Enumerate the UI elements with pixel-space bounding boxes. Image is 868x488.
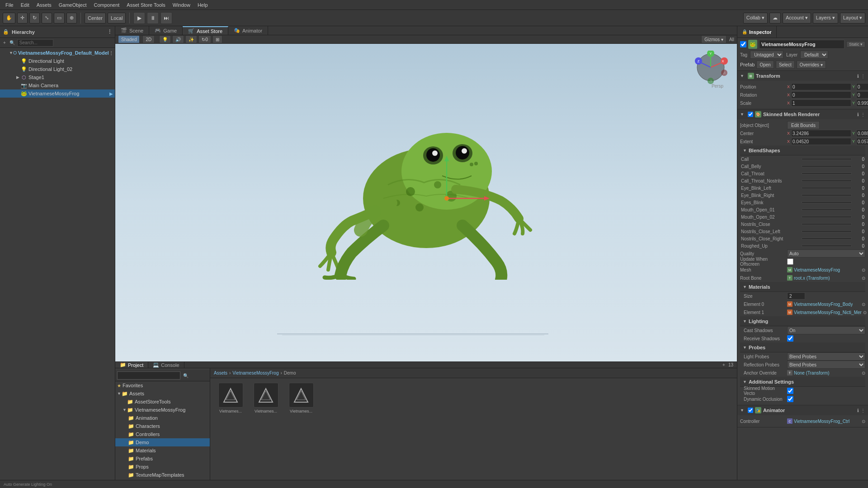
- mat-elem1-select[interactable]: ⊙: [863, 310, 867, 315]
- tree-item-controllers[interactable]: 📁 Controllers: [115, 430, 210, 438]
- select-btn[interactable]: Select: [776, 61, 795, 69]
- probes-header[interactable]: ▼ Probes: [740, 343, 865, 352]
- hierarchy-item-dirlight[interactable]: 💡 Directional Light: [0, 57, 115, 65]
- anim-enable-checkbox[interactable]: [748, 408, 753, 413]
- menu-assetstoretools[interactable]: Asset Store Tools: [123, 1, 169, 9]
- scene-fx-btn[interactable]: ✨: [185, 35, 197, 43]
- tab-game[interactable]: 🎮 Game: [149, 26, 183, 35]
- blend-shape-slider[interactable]: [802, 209, 852, 211]
- tree-item-assets-root[interactable]: ▼ 📁 Assets: [115, 389, 210, 398]
- scene-rotation-btn[interactable]: ↻0: [198, 35, 211, 43]
- ex-input[interactable]: [791, 138, 851, 145]
- tool-scale[interactable]: ⤡: [42, 13, 52, 23]
- pos-x-input[interactable]: [791, 83, 851, 90]
- transform-info-icon[interactable]: ℹ: [857, 74, 859, 79]
- tree-item-assetstoretools[interactable]: 📁 AssetStoreTools: [115, 398, 210, 406]
- anim-menu-icon[interactable]: ⋮: [861, 408, 865, 413]
- ey-input[interactable]: [856, 138, 868, 145]
- additional-header[interactable]: ▼ Additional Settings: [740, 377, 865, 387]
- blend-shape-slider[interactable]: [802, 238, 852, 239]
- blend-shape-slider[interactable]: [802, 173, 852, 174]
- update-offscreen-checkbox[interactable]: [787, 258, 793, 265]
- edit-bounds-btn[interactable]: Edit Bounds: [787, 121, 820, 129]
- breadcrumb-vn[interactable]: VietnameseMossyFrog: [232, 371, 278, 375]
- mode-2d-btn[interactable]: 2D: [142, 35, 155, 43]
- shading-btn[interactable]: Shaded: [118, 35, 140, 43]
- layer-select[interactable]: Default: [800, 51, 828, 59]
- menu-edit[interactable]: Edit: [17, 1, 33, 9]
- rootbone-ref-select[interactable]: ⊙: [862, 276, 865, 281]
- gizmo-widget[interactable]: X Y Z -X -Y: [694, 51, 728, 84]
- layout-button[interactable]: Layout ▾: [840, 13, 865, 23]
- menu-file[interactable]: File: [2, 1, 17, 9]
- tree-item-demo[interactable]: 📁 Demo: [115, 438, 210, 446]
- hierarchy-item-frog[interactable]: 🐸 VietnameseMossyFrog ▶: [0, 89, 115, 98]
- tool-rotate[interactable]: ↻: [29, 13, 40, 23]
- blend-shape-slider[interactable]: [802, 158, 852, 160]
- skinned-motion-checkbox[interactable]: [787, 388, 793, 394]
- receive-shadows-checkbox[interactable]: [787, 335, 793, 342]
- obj-active-checkbox[interactable]: [740, 41, 746, 47]
- open-btn[interactable]: Open: [756, 61, 774, 69]
- scene-grid-btn[interactable]: ⊞: [212, 35, 222, 43]
- skinned-mesh-header[interactable]: ▼ 🎨 Skinned Mesh Renderer ℹ ⋮: [737, 109, 868, 119]
- blend-shape-slider[interactable]: [802, 245, 852, 247]
- hierarchy-item-stage1[interactable]: ▶ ⬡ Stage1: [0, 73, 115, 81]
- mesh-ref-select[interactable]: ⊙: [862, 267, 865, 272]
- tab-console[interactable]: 💻 Console: [148, 362, 184, 368]
- bottom-add-btn[interactable]: +: [721, 362, 726, 368]
- cy-input[interactable]: [856, 130, 868, 137]
- space-toggle[interactable]: Local: [108, 13, 126, 23]
- scale-y-input[interactable]: [856, 99, 868, 107]
- blend-shape-slider[interactable]: [802, 180, 852, 182]
- step-button[interactable]: ⏭: [160, 12, 172, 24]
- tool-rect[interactable]: ▭: [54, 13, 65, 23]
- tab-assetstore[interactable]: 🛒 Asset Store: [183, 26, 228, 35]
- scale-x-input[interactable]: [791, 99, 851, 107]
- cloud-button[interactable]: ☁: [769, 13, 781, 23]
- anim-info-icon[interactable]: ℹ: [857, 408, 859, 413]
- pivot-toggle[interactable]: Center: [85, 13, 106, 23]
- tree-item-materials[interactable]: 📁 Materials: [115, 446, 210, 455]
- menu-component[interactable]: Component: [90, 1, 123, 9]
- anchor-select[interactable]: ⊙: [862, 371, 865, 375]
- tree-item-vietnamesemossyfrog[interactable]: ▼ 📁 VietnameseMossyFrog: [115, 406, 210, 414]
- breadcrumb-assets[interactable]: Assets: [214, 371, 227, 375]
- obj-name-input[interactable]: [759, 40, 844, 49]
- blend-shape-slider[interactable]: [802, 194, 852, 196]
- quality-select[interactable]: Auto: [787, 249, 865, 258]
- blend-shape-slider[interactable]: [802, 165, 852, 167]
- cast-shadows-select[interactable]: On: [787, 326, 865, 334]
- menu-help[interactable]: Help: [194, 1, 212, 9]
- tree-item-prefabs[interactable]: 📁 Prefabs: [115, 455, 210, 463]
- hierarchy-item-dirlight02[interactable]: 💡 Directional Light_02: [0, 65, 115, 73]
- project-search-icon-btn[interactable]: 🔍: [182, 373, 190, 379]
- hierarchy-scene-root[interactable]: ▼ ⬡ VietnameseMossyFrog_Default_Model ⋮: [0, 49, 115, 57]
- asset-item-1[interactable]: Vietnames...: [250, 383, 282, 413]
- project-search-input[interactable]: [117, 371, 180, 380]
- static-badge[interactable]: Static ▾: [846, 41, 865, 47]
- tree-item-texturemaptemplates[interactable]: 📁 TextureMapTemplates: [115, 471, 210, 479]
- animator-header[interactable]: ▼ 🎭 Animator ℹ ⋮: [737, 405, 868, 415]
- scene-audio-btn[interactable]: 🔊: [172, 35, 184, 43]
- hierarchy-add-btn[interactable]: +: [2, 40, 7, 46]
- hierarchy-search-btn[interactable]: 🔍: [8, 40, 16, 46]
- light-probes-select[interactable]: Blend Probes: [787, 352, 865, 361]
- tool-hand[interactable]: ✋: [3, 13, 15, 23]
- pause-button[interactable]: ⏸: [147, 12, 159, 24]
- blend-shape-slider[interactable]: [802, 223, 852, 225]
- cx-input[interactable]: [791, 130, 851, 137]
- collab-button[interactable]: Collab ▾: [743, 13, 768, 23]
- lighting-header[interactable]: ▼ Lighting: [740, 316, 865, 326]
- menu-gameobject[interactable]: GameObject: [55, 1, 90, 9]
- tab-animator[interactable]: 🎭 Animator: [228, 26, 268, 35]
- tool-transform[interactable]: ⊕: [66, 13, 77, 23]
- gizmos-btn[interactable]: Gizmos ▾: [701, 35, 726, 43]
- rot-x-input[interactable]: [791, 91, 851, 99]
- rot-y-input[interactable]: [856, 91, 868, 99]
- asset-item-0[interactable]: Vietnames...: [215, 383, 246, 413]
- tab-scene[interactable]: 🎬 Scene: [115, 26, 149, 35]
- reflection-probes-select[interactable]: Blend Probes: [787, 361, 865, 369]
- blend-shape-slider[interactable]: [802, 216, 852, 218]
- transform-header[interactable]: ▼ ⊞ Transform ℹ ⋮: [737, 71, 868, 81]
